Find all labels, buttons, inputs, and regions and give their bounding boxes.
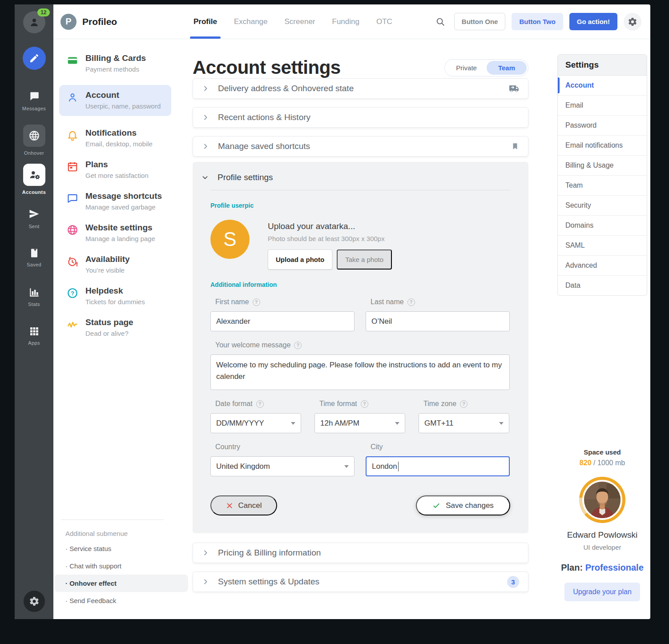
caret-down-icon — [395, 422, 399, 425]
settings-nav-billing-usage[interactable]: Billing & Usage — [558, 156, 647, 176]
settings-nav-domains[interactable]: Domains — [558, 216, 647, 236]
header-settings-button[interactable] — [624, 13, 641, 31]
settings-nav-data[interactable]: Data — [558, 276, 647, 295]
country-select[interactable]: United Kingdom — [210, 456, 355, 476]
submenu-item-send-feedback[interactable]: · Send Feedback — [53, 592, 193, 609]
sidebar-item-title: Message shortcuts — [85, 191, 162, 201]
accordion-recent-actions[interactable]: Recent actions & History — [193, 107, 528, 128]
rail-label: Sent — [28, 224, 39, 229]
settings-nav-advanced[interactable]: Advanced — [558, 256, 647, 276]
space-used-label: Space used — [557, 448, 647, 456]
svg-text:?: ? — [71, 290, 74, 297]
button-two[interactable]: Button Two — [512, 13, 563, 30]
last-name-label: Last name ? — [366, 298, 510, 306]
sidebar-item-account[interactable]: Account Userpic, name, password — [59, 85, 171, 116]
rail-item-apps[interactable]: Apps — [15, 316, 53, 355]
settings-nav-email-notifications[interactable]: Email notifications — [558, 136, 647, 156]
sidebar-item-website-settings[interactable]: Website settings Manage a landing page — [53, 223, 193, 242]
sidebar-item-notifications[interactable]: Notifications Email, desktop, mobile — [53, 128, 193, 148]
main-content: Account settings Private Team Delivery a… — [193, 39, 528, 619]
first-name-input[interactable]: Alexander — [210, 311, 355, 331]
compose-button[interactable] — [23, 47, 46, 70]
settings-nav-account[interactable]: Account — [558, 76, 647, 96]
upgrade-plan-button[interactable]: Upgrade your plan — [564, 583, 640, 601]
settings-nav-team[interactable]: Team — [558, 176, 647, 196]
tab-exchange[interactable]: Exchange — [233, 4, 269, 39]
time-format-select[interactable]: 12h AM/PM — [314, 413, 405, 433]
accordion-system-settings[interactable]: System settings & Updates 3 — [193, 572, 528, 592]
submenu-item-chat-support[interactable]: · Chat with support — [53, 557, 193, 575]
sidebar-item-title: Notifications — [85, 128, 153, 138]
country-label: Country — [210, 443, 355, 451]
settings-nav-saml[interactable]: SAML — [558, 236, 647, 256]
upload-photo-button[interactable]: Upload a photo — [268, 250, 332, 270]
sidebar-item-message-shortcuts[interactable]: Message shortcuts Manage saved garbage — [53, 191, 193, 211]
alarm-clock-icon — [67, 256, 78, 267]
last-name-input[interactable]: O’Neil — [366, 311, 510, 331]
settings-nav-security[interactable]: Security — [558, 196, 647, 216]
settings-card-title: Settings — [558, 55, 647, 76]
sidebar-item-status-page[interactable]: Status page Dead or alive? — [53, 318, 193, 337]
accordion-pricing-billing[interactable]: Pricing & Billing information — [193, 543, 528, 563]
time-zone-select[interactable]: GMT+11 — [419, 413, 509, 433]
additional-submenu: Additional submenue · Service status · C… — [53, 519, 193, 609]
sidebar-item-helpdesk[interactable]: ? Helpdesk Tickets for dummies — [53, 286, 193, 306]
toggle-private[interactable]: Private — [446, 61, 487, 75]
rail-item-accounts[interactable]: Accounts — [15, 160, 53, 199]
rail-item-stats[interactable]: Stats — [15, 277, 53, 316]
rail-item-onhover[interactable]: Onhover — [15, 121, 53, 160]
x-icon — [226, 502, 233, 509]
sidebar-item-subtitle: Manage a landing page — [85, 235, 155, 242]
user-avatar[interactable]: 12 — [23, 11, 45, 33]
chevron-right-icon — [202, 114, 209, 121]
userpic-avatar[interactable]: S — [210, 220, 250, 259]
sidebar-item-billing-cards[interactable]: Billing & Cards Payment methods — [53, 53, 193, 73]
app-window: 12 Messages Onhover — [15, 4, 650, 619]
rail-item-messages[interactable]: Messages — [15, 81, 53, 121]
chevron-right-icon — [202, 143, 209, 150]
welcome-message-textarea[interactable]: Welcome to my scheduling page. Please fo… — [210, 354, 510, 390]
settings-nav-email[interactable]: Email — [558, 96, 647, 116]
tab-funding[interactable]: Funding — [331, 4, 360, 39]
tab-screener[interactable]: Screener — [284, 4, 316, 39]
brand[interactable]: P Profileo — [60, 14, 193, 30]
help-icon: ? — [407, 298, 415, 306]
storage-progress-ring — [579, 477, 625, 523]
rail-item-saved[interactable]: Saved — [15, 238, 53, 277]
date-format-label: Date format ? — [210, 400, 301, 408]
accordion-title: System settings & Updates — [218, 577, 319, 587]
button-one[interactable]: Button One — [454, 13, 506, 30]
search-icon[interactable] — [435, 17, 445, 27]
bookmark-icon — [29, 248, 40, 258]
tab-profile[interactable]: Profile — [193, 4, 218, 39]
accordion-saved-shortcuts[interactable]: Manage saved shortcuts — [193, 136, 528, 157]
rail-settings-button[interactable] — [24, 591, 45, 612]
section-label-additional: Additional information — [210, 281, 510, 288]
gear-icon — [628, 17, 637, 27]
rail-item-sent[interactable]: Sent — [15, 199, 53, 238]
sidebar-item-plans[interactable]: Plans Get more satisfaction — [53, 160, 193, 179]
caret-down-icon — [291, 422, 295, 425]
cancel-button[interactable]: Cancel — [210, 495, 277, 515]
upload-hint: Photo should be at least 300px x 300px — [268, 235, 392, 242]
divider — [210, 190, 510, 190]
date-format-select[interactable]: DD/MM/YYYY — [210, 413, 301, 433]
city-input[interactable]: London — [366, 456, 510, 476]
sidebar-item-availability[interactable]: Availability You’re visible — [53, 254, 193, 274]
toggle-team[interactable]: Team — [487, 61, 527, 75]
submenu-item-service-status[interactable]: · Service status — [53, 540, 193, 557]
rail-label: Accounts — [22, 189, 46, 195]
accordion-delivery-address[interactable]: Delivery address & Onhovered state — [193, 78, 528, 99]
go-action-button[interactable]: Go action! — [569, 13, 617, 30]
time-format-label: Time format ? — [314, 400, 405, 408]
plan-name-link[interactable]: Professionale — [585, 563, 644, 572]
bookmark-icon — [511, 142, 519, 150]
save-changes-button[interactable]: Save changes — [416, 495, 510, 515]
accordion-profile-settings[interactable]: Profile settings — [202, 173, 510, 182]
settings-card: Settings Account Email Password Email no… — [557, 54, 647, 296]
settings-nav-password[interactable]: Password — [558, 116, 647, 136]
submenu-item-onhover-effect[interactable]: · Onhover effect — [54, 575, 188, 592]
rail-label: Stats — [28, 302, 40, 307]
tab-otc[interactable]: OTC — [375, 4, 393, 39]
take-photo-button[interactable]: Take a photo — [337, 250, 392, 270]
